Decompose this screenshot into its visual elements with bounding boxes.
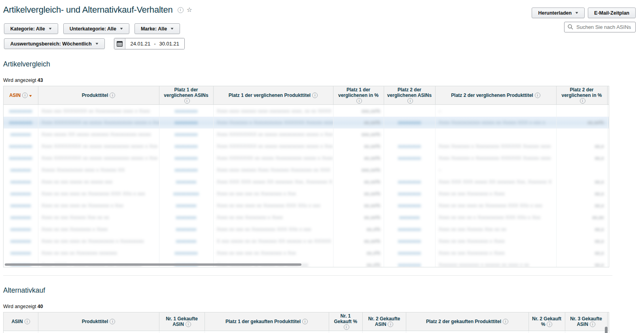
column-header-asin[interactable]: ASINi▼ <box>4 86 38 105</box>
reporting-range-dropdown[interactable]: Auswertungsbereich: Wöchentlich ▼ <box>4 38 105 49</box>
asin-link[interactable]: xxxxxxxxx <box>398 262 421 267</box>
column-header-nr-2-gekauft[interactable]: Nr. 2 Gekauft %i <box>528 312 565 331</box>
asin-link[interactable]: xxxxxxxx <box>10 250 31 256</box>
column-header-nr-1-gekauft[interactable]: Nr. 1 Gekauft %i <box>329 312 362 331</box>
asin-link[interactable]: xxxxxxxx <box>176 214 197 220</box>
date-range-picker[interactable]: 24.01.21 - 30.01.21 <box>114 38 185 49</box>
table-row[interactable]: xxxxxxxxXxxx xx xxx xx Xxxxxxxx xxxxxxxx… <box>4 247 609 259</box>
download-button[interactable]: Herunterladen ▼ <box>532 8 585 18</box>
info-icon[interactable]: i <box>580 98 585 104</box>
table-row[interactable]: xxxxxxxxXxxx xx xxx xxxx xx Xxxxxxxxxx x… <box>4 235 609 247</box>
calendar-icon[interactable] <box>114 38 125 49</box>
info-icon[interactable]: i <box>110 319 115 324</box>
asin-link[interactable]: xxxxxxxxx <box>9 108 32 114</box>
column-header-platz-2-der-verglichenen-in[interactable]: Platz 2 der verglichenen in %i <box>556 86 607 105</box>
asin-link[interactable]: xxxxxxxxx <box>174 250 198 256</box>
table-row[interactable]: xxxxxxxxXxxxx Xxxxxxxxxx xxxx x Xxxxxx X… <box>4 164 609 176</box>
date-range-value[interactable]: 24.01.21 - 30.01.21 <box>125 38 185 49</box>
asin-link[interactable]: xxxxxxxxx <box>398 238 421 244</box>
asin-link[interactable]: xxxxxxxxx <box>398 202 421 208</box>
column-header-platz-2-der-gekauften-produkttitel[interactable]: Platz 2 der gekauften Produkttiteli <box>406 312 528 331</box>
column-header-produkttitel[interactable]: Produkttiteli <box>38 86 159 105</box>
info-icon[interactable]: i <box>186 322 191 327</box>
info-icon[interactable]: i <box>356 98 362 104</box>
asin-link[interactable]: xxxxxxxxx <box>174 143 198 149</box>
table-row[interactable]: xxxxxxxxXxxx xx xxx xxxx xx Xxxxxxxx x X… <box>4 200 609 212</box>
favorite-star-icon[interactable]: ☆ <box>187 7 192 13</box>
asin-link[interactable]: xxxxxxxx <box>176 238 197 244</box>
info-icon[interactable]: i <box>535 93 540 98</box>
table-row[interactable]: xxxxxxxxxXxxx XXXXXXXX xx xxxxx Xxxxxxxx… <box>4 117 609 129</box>
column-header-platz-2-der-verglichenen-produkttitel[interactable]: Platz 2 der verglichenen Produkttiteli <box>435 86 556 105</box>
category-filter-dropdown[interactable]: Kategorie: Alle ▼ <box>4 23 58 34</box>
info-icon[interactable]: i <box>22 93 28 98</box>
info-icon[interactable]: i <box>503 319 508 324</box>
asin-link[interactable]: xxxxxxxxx <box>174 108 198 114</box>
info-icon[interactable]: i <box>312 93 318 98</box>
asin-link[interactable]: xxxxxxxxx <box>174 155 198 161</box>
info-icon[interactable]: i <box>407 98 413 104</box>
column-header-asin[interactable]: ASINi <box>4 312 38 331</box>
asin-link[interactable]: xxxxxxxx <box>10 226 31 232</box>
info-icon[interactable]: i <box>388 322 393 327</box>
column-header-platz-1-der-gekauften-produkttitel[interactable]: Platz 1 der gekauften Produkttiteli <box>205 312 329 331</box>
asin-link[interactable]: xxxxxxxxx <box>174 119 198 125</box>
asin-link[interactable]: xxxxxxxx <box>10 167 31 173</box>
table-row[interactable]: xxxxxxxxXxxx xx xxx xxxxx xx xxxxx xxxxx… <box>4 176 609 188</box>
asin-link[interactable]: xxxxxxxx <box>399 214 420 220</box>
table-row[interactable]: xxxxxxxxxXxxx XXXXXXXX xx xxxxx xxxxxxxx… <box>4 152 609 164</box>
column-header-nr-3-gekaufte-asin[interactable]: Nr. 3 Gekaufte ASINi <box>565 312 607 331</box>
asin-link[interactable]: xxxxxxxxx <box>398 155 421 161</box>
asin-link[interactable]: xxxxxxxx <box>10 131 31 137</box>
table-row[interactable]: xxxxxxxxxXxxx XXXXXXXX xx xxxxx xxxxxxxx… <box>4 140 609 152</box>
asin-link[interactable]: xxxxxxxxx <box>398 191 421 197</box>
asin-link[interactable]: xxxxxxxx <box>10 202 31 208</box>
asin-link[interactable]: xxxxxxxxx <box>9 155 32 161</box>
asin-link[interactable]: xxxxxxxxx <box>398 226 421 232</box>
table-row[interactable]: xxxxxxxxXxxx xx xxx xxxx xx Xxxxxxxx XXX… <box>4 188 609 200</box>
column-header-platz-2-der-verglichenen-asins[interactable]: Platz 2 der verglichenen ASINsi <box>384 86 435 105</box>
column-header-produkttitel[interactable]: Produkttiteli <box>38 312 159 331</box>
search-input[interactable] <box>564 22 636 32</box>
column-header-platz-1-der-verglichenen-asins[interactable]: Platz 1 der verglichenen ASINsi <box>159 86 213 105</box>
asin-link[interactable]: xxxxxxxx <box>10 191 31 197</box>
column-header-nr-2-gekaufte-asin[interactable]: Nr. 2 Gekaufte ASINi <box>362 312 406 331</box>
asin-link[interactable]: xxxxxxxx <box>176 202 197 208</box>
info-icon[interactable]: i <box>25 319 30 324</box>
asin-link[interactable]: xxxxxxxx <box>10 179 31 185</box>
subcategory-filter-dropdown[interactable]: Unterkategorie: Alle ▼ <box>63 23 129 34</box>
table-row[interactable]: xxxxxxxxXxxx xxxxx XX xxxxx xxxxxxx Xxxx… <box>4 129 609 140</box>
info-icon[interactable]: i <box>302 319 308 324</box>
vertical-scrollbar[interactable] <box>605 327 608 333</box>
info-icon[interactable]: i <box>547 322 552 327</box>
info-icon[interactable]: i <box>110 93 115 98</box>
asin-link[interactable]: xxxxxxxxx <box>9 119 32 125</box>
table-row[interactable]: xxxxxxxxXxxx xx xxx Xxxxxxxx x Xxxxxxxxx… <box>4 223 609 235</box>
horizontal-scrollbar[interactable] <box>5 263 301 266</box>
asin-link[interactable]: xxxxxxxx <box>176 179 197 185</box>
email-schedule-button[interactable]: E-Mail-Zeitplan <box>588 8 636 18</box>
info-icon[interactable]: i <box>590 322 595 327</box>
asin-link[interactable]: xxxxxxxxx <box>398 143 421 149</box>
column-header-nr-1-gekaufte-asin[interactable]: Nr. 1 Gekaufte ASINi <box>159 312 205 331</box>
table-row[interactable]: xxxxxxxxXxxx xxx Xxxxxx x xxx Xxxxxxxxxx… <box>4 331 609 333</box>
brand-filter-dropdown[interactable]: Marke: Alle ▼ <box>134 23 180 34</box>
asin-link[interactable]: xxxxxxxxx <box>9 143 32 149</box>
asin-link[interactable]: xxxxxxxx <box>176 226 197 232</box>
asin-link[interactable]: xxxxxxxxx <box>398 119 421 125</box>
info-icon[interactable]: i <box>184 98 190 104</box>
asin-link[interactable]: xxxxxxxxx <box>398 179 421 185</box>
info-icon[interactable]: i <box>344 324 349 330</box>
table-row[interactable]: xxxxxxxxXxxx xx xxx Xxxxxx Xxx xx xxxxxx… <box>4 212 609 223</box>
asin-link[interactable]: xxxxxxxxx <box>398 250 421 256</box>
asin-link[interactable]: xxxxxxxxxx <box>173 191 199 197</box>
column-header-platz-1-der-verglichenen-in[interactable]: Platz 1 der verglichenen in %i <box>333 86 384 105</box>
asin-link[interactable]: xxxxxxxx <box>10 214 31 220</box>
column-header-platz-1-der-verglichenen-produkttitel[interactable]: Platz 1 der verglichenen Produkttiteli <box>213 86 333 105</box>
table-row[interactable]: xxxxxxxxxXxxx xxx XXXXXXX xx Xxxxxxxxxx … <box>4 105 609 117</box>
column-header-p[interactable]: P <box>607 86 609 105</box>
asin-link[interactable]: xxxxxxxx <box>10 238 31 244</box>
asin-link[interactable]: xxxxxxxxx <box>174 167 198 173</box>
title-info-icon[interactable]: i <box>178 7 184 13</box>
asin-link[interactable]: xxxxxxxxx <box>174 131 198 137</box>
